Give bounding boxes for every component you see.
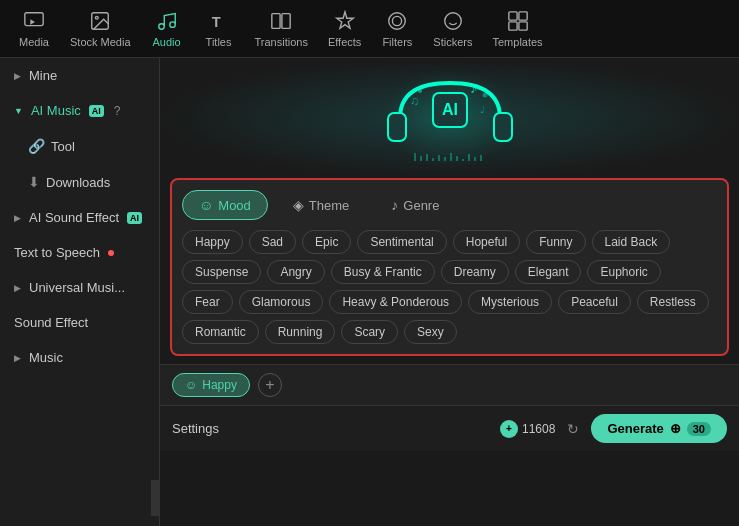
settings-right: + 11608 ↻ Generate ⊕ 30: [500, 414, 727, 443]
mood-tag[interactable]: Mysterious: [468, 290, 552, 314]
sidebar-item-tool[interactable]: 🔗 Tool: [0, 128, 159, 164]
ai-badge: AI: [89, 105, 104, 117]
mood-tags-container: HappySadEpicSentimentalHopefulFunnyLaid …: [182, 230, 717, 344]
svg-text:♫: ♫: [410, 94, 419, 108]
content-area: AI ♪ ♫ ♩: [160, 58, 739, 526]
notification-dot: [108, 250, 114, 256]
nav-transitions[interactable]: Transitions: [245, 4, 318, 54]
generate-button[interactable]: Generate ⊕ 30: [591, 414, 727, 443]
mood-tag[interactable]: Restless: [637, 290, 709, 314]
svg-point-2: [96, 16, 99, 19]
svg-point-22: [482, 93, 487, 98]
tab-mood[interactable]: ☺ Mood: [182, 190, 268, 220]
svg-point-8: [445, 12, 462, 29]
credit-badge: + 11608: [500, 420, 555, 438]
credit-icon: +: [500, 420, 518, 438]
sidebar-item-universal-music[interactable]: ▶ Universal Musi...: [0, 270, 159, 305]
sidebar-item-ai-sound-effect[interactable]: ▶ AI Sound Effect AI: [0, 200, 159, 235]
theme-tab-icon: ◈: [293, 197, 304, 213]
mood-tag[interactable]: Busy & Frantic: [331, 260, 435, 284]
mood-tag[interactable]: Laid Back: [592, 230, 671, 254]
refresh-button[interactable]: ↻: [563, 419, 583, 439]
sidebar: ▶ Mine ▼ AI Music AI ? 🔗 Tool ⬇ Download…: [0, 58, 160, 526]
ai-illustration: AI ♪ ♫ ♩: [160, 58, 739, 178]
mood-tag[interactable]: Dreamy: [441, 260, 509, 284]
sidebar-collapse-button[interactable]: ‹: [151, 480, 160, 516]
chevron-right-icon: ▶: [14, 353, 21, 363]
svg-rect-14: [388, 113, 406, 141]
sidebar-item-downloads[interactable]: ⬇ Downloads: [0, 164, 159, 200]
mtg-panel: ☺ Mood ◈ Theme ♪ Genre HappySadEpicSenti…: [170, 178, 729, 356]
svg-point-21: [418, 89, 422, 93]
nav-audio[interactable]: Audio: [141, 4, 193, 54]
svg-rect-11: [508, 21, 516, 29]
sidebar-item-sound-effect[interactable]: Sound Effect: [0, 305, 159, 340]
top-nav: Media Stock Media Audio T Titles Transit…: [0, 0, 739, 58]
generate-count: 30: [687, 422, 711, 436]
nav-effects[interactable]: Effects: [318, 4, 371, 54]
download-icon: ⬇: [28, 174, 40, 190]
svg-point-6: [389, 12, 406, 29]
mood-tag[interactable]: Angry: [267, 260, 324, 284]
main-layout: ▶ Mine ▼ AI Music AI ? 🔗 Tool ⬇ Download…: [0, 58, 739, 526]
svg-point-23: [498, 107, 501, 110]
mood-tag[interactable]: Peaceful: [558, 290, 631, 314]
mood-tag[interactable]: Heavy & Ponderous: [329, 290, 462, 314]
mood-tag[interactable]: Suspense: [182, 260, 261, 284]
settings-label[interactable]: Settings: [172, 421, 219, 436]
ai-badge: AI: [127, 212, 142, 224]
nav-stock-media[interactable]: Stock Media: [60, 4, 141, 54]
sidebar-item-mine[interactable]: ▶ Mine: [0, 58, 159, 93]
mood-tag[interactable]: Euphoric: [587, 260, 660, 284]
svg-text:T: T: [211, 13, 220, 29]
chevron-down-icon: ▼: [14, 106, 23, 116]
nav-stickers[interactable]: Stickers: [423, 4, 482, 54]
mood-tag[interactable]: Glamorous: [239, 290, 324, 314]
sidebar-item-ai-music[interactable]: ▼ AI Music AI ?: [0, 93, 159, 128]
chevron-right-icon: ▶: [14, 71, 21, 81]
mood-tag[interactable]: Running: [265, 320, 336, 344]
mood-tag[interactable]: Hopeful: [453, 230, 520, 254]
mtg-tabs: ☺ Mood ◈ Theme ♪ Genre: [182, 190, 717, 220]
tab-theme[interactable]: ◈ Theme: [276, 190, 366, 220]
info-icon: ?: [114, 104, 121, 118]
link-icon: 🔗: [28, 138, 45, 154]
mood-tag[interactable]: Scary: [341, 320, 398, 344]
sidebar-item-music[interactable]: ▶ Music: [0, 340, 159, 375]
mood-chip-icon: ☺: [185, 378, 197, 392]
svg-rect-0: [25, 12, 43, 25]
generate-label: Generate: [607, 421, 663, 436]
svg-text:♪: ♪: [470, 80, 477, 96]
svg-rect-5: [282, 13, 290, 28]
mood-tag[interactable]: Elegant: [515, 260, 582, 284]
nav-titles[interactable]: T Titles: [193, 4, 245, 54]
svg-point-7: [393, 16, 402, 25]
svg-rect-4: [272, 13, 280, 28]
svg-rect-12: [518, 21, 526, 29]
svg-rect-10: [518, 11, 526, 19]
chevron-right-icon: ▶: [14, 213, 21, 223]
add-tag-button[interactable]: +: [258, 373, 282, 397]
mood-tab-icon: ☺: [199, 197, 213, 213]
mood-tag[interactable]: Romantic: [182, 320, 259, 344]
settings-bar: Settings + 11608 ↻ Generate ⊕ 30: [160, 405, 739, 451]
mood-tag[interactable]: Sexy: [404, 320, 457, 344]
mood-tag[interactable]: Funny: [526, 230, 585, 254]
mood-tag[interactable]: Fear: [182, 290, 233, 314]
credits-count: 11608: [522, 422, 555, 436]
svg-rect-9: [508, 11, 516, 19]
svg-text:♩: ♩: [480, 104, 485, 115]
nav-templates[interactable]: Templates: [482, 4, 552, 54]
nav-filters[interactable]: Filters: [371, 4, 423, 54]
svg-rect-15: [494, 113, 512, 141]
sidebar-item-text-to-speech[interactable]: Text to Speech: [0, 235, 159, 270]
selected-tag-chip-happy[interactable]: ☺ Happy: [172, 373, 250, 397]
mood-tag[interactable]: Sad: [249, 230, 296, 254]
genre-tab-icon: ♪: [391, 197, 398, 213]
nav-media[interactable]: Media: [8, 4, 60, 54]
svg-text:AI: AI: [442, 101, 458, 118]
tab-genre[interactable]: ♪ Genre: [374, 190, 456, 220]
mood-tag[interactable]: Epic: [302, 230, 351, 254]
mood-tag[interactable]: Sentimental: [357, 230, 446, 254]
mood-tag[interactable]: Happy: [182, 230, 243, 254]
